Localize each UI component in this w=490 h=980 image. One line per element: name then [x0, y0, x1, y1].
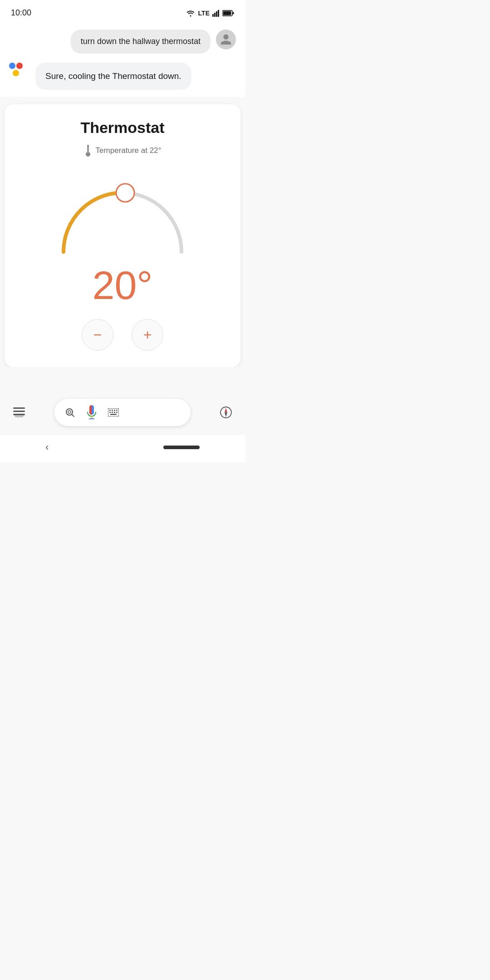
- search-pill[interactable]: [54, 399, 191, 426]
- bottom-toolbar: [0, 394, 245, 435]
- thermostat-card: Thermostat Temperature at 22° 20° − +: [5, 104, 240, 367]
- svg-rect-6: [233, 12, 234, 14]
- svg-rect-28: [110, 414, 117, 415]
- svg-rect-22: [114, 410, 115, 411]
- thermometer-icon: [84, 145, 92, 157]
- svg-rect-26: [114, 412, 115, 413]
- dot-red: [16, 63, 23, 69]
- inbox-svg-icon: [13, 407, 25, 417]
- decrease-button[interactable]: −: [82, 319, 113, 351]
- svg-point-15: [68, 411, 71, 413]
- svg-point-10: [116, 184, 134, 202]
- svg-rect-23: [116, 410, 118, 411]
- temperature-display: 20°: [15, 265, 230, 305]
- increase-button[interactable]: +: [132, 319, 163, 351]
- status-time: 10:00: [11, 8, 31, 18]
- user-bubble: turn down the hallway thermostat: [71, 29, 211, 54]
- svg-rect-24: [109, 412, 111, 413]
- avatar: [216, 29, 236, 49]
- mic-svg-icon: [85, 404, 98, 421]
- svg-rect-25: [112, 412, 113, 413]
- user-message-row: turn down the hallway thermostat: [9, 29, 236, 54]
- user-message-text: turn down the hallway thermostat: [81, 37, 201, 46]
- dot-blue: [9, 63, 15, 69]
- google-assistant-logo: [9, 63, 29, 83]
- user-avatar-icon: [220, 33, 232, 46]
- thermostat-title: Thermostat: [15, 119, 230, 137]
- increase-icon: +: [143, 328, 152, 342]
- dial-svg: [45, 161, 200, 261]
- status-bar: 10:00 LTE: [0, 0, 245, 22]
- svg-rect-27: [116, 412, 118, 413]
- temperature-label: Temperature at 22°: [96, 146, 162, 155]
- svg-rect-12: [13, 411, 25, 412]
- svg-rect-3: [218, 10, 219, 17]
- home-indicator[interactable]: [163, 446, 200, 449]
- svg-rect-13: [13, 414, 25, 415]
- controls-row: − +: [15, 319, 230, 351]
- status-icons: LTE: [186, 10, 234, 17]
- assistant-row: Sure, cooling the Thermostat down.: [9, 63, 236, 90]
- menu-icon[interactable]: [9, 402, 29, 422]
- compass-icon[interactable]: [216, 402, 236, 422]
- compass-svg-icon: [220, 406, 232, 419]
- svg-rect-9: [88, 147, 88, 153]
- chat-area: turn down the hallway thermostat Sure, c…: [0, 22, 245, 97]
- svg-rect-21: [112, 410, 113, 411]
- wifi-icon: [186, 10, 196, 17]
- dial-container: [45, 161, 200, 261]
- battery-icon: [222, 10, 234, 16]
- svg-line-16: [72, 414, 74, 416]
- temp-label-row: Temperature at 22°: [15, 145, 230, 157]
- signal-icon: [212, 10, 220, 17]
- assistant-bubble: Sure, cooling the Thermostat down.: [35, 63, 191, 90]
- lens-icon[interactable]: [64, 407, 75, 418]
- lte-label: LTE: [198, 10, 210, 17]
- dot-yellow: [13, 70, 19, 76]
- svg-rect-1: [214, 13, 216, 17]
- navigation-bar: ‹: [0, 435, 245, 462]
- svg-rect-11: [13, 407, 25, 409]
- svg-rect-20: [109, 410, 111, 411]
- assistant-message-text: Sure, cooling the Thermostat down.: [45, 71, 181, 81]
- svg-rect-5: [223, 11, 231, 15]
- decrease-icon: −: [93, 328, 102, 342]
- microphone-button[interactable]: [83, 403, 101, 421]
- keyboard-icon[interactable]: [108, 408, 119, 416]
- back-button[interactable]: ‹: [45, 441, 49, 453]
- svg-rect-2: [216, 11, 217, 17]
- spacer: [0, 367, 245, 394]
- svg-rect-0: [212, 14, 214, 17]
